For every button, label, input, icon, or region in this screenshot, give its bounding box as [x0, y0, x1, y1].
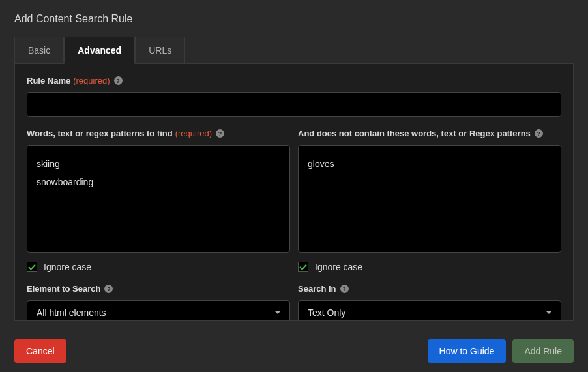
cancel-button[interactable]: Cancel: [14, 339, 66, 363]
tabs: Basic Advanced URLs: [14, 37, 579, 64]
how-to-guide-button[interactable]: How to Guide: [428, 339, 507, 363]
element-to-search-select[interactable]: All html elements: [27, 300, 290, 321]
words-to-find-required: (required): [175, 129, 212, 138]
element-to-search-value: All html elements: [37, 307, 106, 318]
element-to-search-label-text: Element to Search: [27, 284, 100, 294]
search-in-value: Text Only: [308, 307, 345, 318]
checkmark-icon: [299, 263, 307, 271]
search-in-select[interactable]: Text Only: [298, 300, 561, 321]
exclude-words-textarea[interactable]: gloves: [298, 145, 561, 253]
tab-advanced[interactable]: Advanced: [64, 37, 135, 64]
rule-name-input[interactable]: [27, 92, 561, 117]
words-to-find-label-text: Words, text or regex patterns to find: [27, 129, 173, 138]
help-icon[interactable]: ?: [340, 285, 349, 293]
ignore-case-left-checkbox[interactable]: [27, 262, 37, 272]
ignore-case-left-row: Ignore case: [27, 262, 290, 272]
tab-urls[interactable]: URLs: [135, 37, 185, 64]
add-content-search-rule-dialog: Add Content Search Rule Basic Advanced U…: [0, 0, 588, 372]
rule-name-required: (required): [73, 76, 110, 85]
exclude-words-label: And does not contain these words, text o…: [298, 129, 561, 138]
help-icon[interactable]: ?: [104, 285, 113, 293]
dialog-title: Add Content Search Rule: [9, 13, 579, 25]
ignore-case-left-label: Ignore case: [44, 262, 91, 272]
add-rule-button[interactable]: Add Rule: [512, 339, 574, 363]
search-in-label-text: Search In: [298, 284, 336, 294]
caret-down-icon: [275, 311, 280, 314]
exclude-words-label-text: And does not contain these words, text o…: [298, 129, 531, 138]
content-panel: Rule Name (required) ? Words, text or re…: [14, 63, 574, 321]
exclude-words-column: And does not contain these words, text o…: [298, 129, 561, 321]
words-to-find-label: Words, text or regex patterns to find (r…: [27, 129, 290, 138]
footer-right: How to Guide Add Rule: [428, 339, 574, 363]
caret-down-icon: [546, 311, 551, 314]
words-to-find-column: Words, text or regex patterns to find (r…: [27, 129, 290, 321]
checkmark-icon: [28, 263, 36, 271]
dialog-footer: Cancel How to Guide Add Rule: [9, 330, 579, 363]
ignore-case-right-checkbox[interactable]: [298, 262, 308, 272]
help-icon[interactable]: ?: [216, 129, 224, 138]
help-icon[interactable]: ?: [535, 129, 543, 138]
ignore-case-right-label: Ignore case: [315, 262, 362, 272]
rule-name-label: Rule Name (required) ?: [27, 76, 561, 85]
tab-basic[interactable]: Basic: [14, 37, 64, 64]
search-in-label: Search In ?: [298, 284, 561, 294]
ignore-case-right-row: Ignore case: [298, 262, 561, 272]
element-to-search-label: Element to Search ?: [27, 284, 290, 294]
rule-name-label-text: Rule Name: [27, 76, 70, 85]
help-icon[interactable]: ?: [114, 76, 123, 85]
words-to-find-textarea[interactable]: skiing snowboarding: [27, 145, 290, 253]
